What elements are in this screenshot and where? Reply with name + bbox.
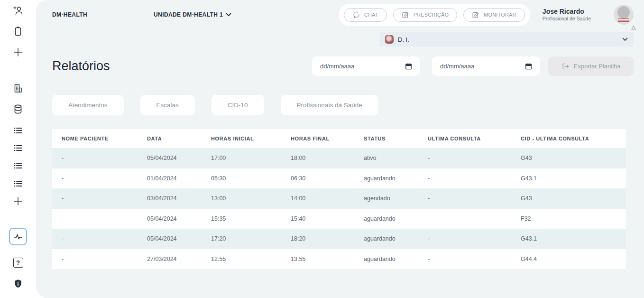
table-row: -03/04/202413:0014:00agendado-G43 bbox=[52, 188, 626, 209]
help-icon[interactable]: ? bbox=[11, 256, 25, 270]
table-cell: F32 bbox=[511, 215, 626, 222]
date-start-input[interactable]: dd/mm/aaaa bbox=[312, 56, 420, 76]
export-icon bbox=[561, 63, 569, 70]
report-tabs: Atendimentos Escalas CID-10 Profissionai… bbox=[52, 95, 634, 115]
date-end-placeholder: dd/mm/aaaa bbox=[440, 63, 525, 70]
table-cell: - bbox=[418, 256, 511, 262]
table-cell: - bbox=[52, 215, 138, 222]
title-row: Relatórios dd/mm/aaaa dd/mm/aaaa bbox=[52, 56, 634, 76]
monitor-button-label: MONITORAR bbox=[484, 12, 516, 18]
main-content: DM-HEALTH UNIDADE DM-HEALTH 1 CHAT bbox=[36, 0, 644, 298]
add-item-icon[interactable] bbox=[11, 195, 25, 208]
table-cell: G43 bbox=[511, 155, 626, 161]
top-right-group: CHAT PRESCRIÇÃO MONI bbox=[339, 4, 634, 26]
table-cell: 14:00 bbox=[281, 195, 354, 202]
table-cell: G44.4 bbox=[511, 256, 626, 262]
table-cell: 15:40 bbox=[281, 215, 354, 222]
column-header: CID - ULTIMA CONSULTA bbox=[511, 136, 626, 141]
tab-profissionais[interactable]: Profissionais da Saúde bbox=[281, 95, 378, 115]
tab-atendimentos[interactable]: Atendimentos bbox=[52, 95, 124, 115]
table-cell: - bbox=[52, 195, 138, 202]
patient-avatar-icon bbox=[385, 35, 394, 44]
calendar-icon[interactable] bbox=[525, 63, 532, 70]
monitoring-icon[interactable] bbox=[9, 228, 27, 245]
table-cell: aguardando bbox=[354, 215, 418, 222]
list-icon-3[interactable] bbox=[11, 159, 25, 173]
table-cell: agendado bbox=[354, 195, 418, 202]
table-cell: 01/04/2024 bbox=[138, 175, 202, 182]
header-actions: CHAT PRESCRIÇÃO MONI bbox=[339, 4, 530, 26]
tab-escalas[interactable]: Escalas bbox=[140, 95, 195, 115]
table-cell: G43.1 bbox=[511, 175, 626, 182]
table-cell: 18:20 bbox=[281, 235, 354, 242]
user-info: Jose Ricardo Profissional de Saúde bbox=[543, 8, 591, 22]
table-header: NOME PACIENTEDATAHORAS INICIALHORAS FINA… bbox=[52, 129, 626, 148]
patient-selector-label: D. I. bbox=[398, 36, 618, 43]
chevron-down-icon bbox=[226, 13, 231, 17]
table-cell: - bbox=[418, 175, 511, 182]
chevron-down-icon bbox=[622, 37, 628, 41]
table-cell: 12:55 bbox=[202, 256, 281, 262]
table-cell: 15:35 bbox=[202, 215, 281, 222]
table-cell: aguardando bbox=[354, 256, 418, 262]
table-cell: 05:30 bbox=[202, 175, 281, 182]
date-end-input[interactable]: dd/mm/aaaa bbox=[432, 56, 540, 76]
table-cell: - bbox=[418, 215, 511, 222]
table-cell: 17:20 bbox=[202, 235, 281, 242]
table-row: -01/04/202405:3006:30aguardando-G43.1 bbox=[52, 168, 626, 189]
chat-button-label: CHAT bbox=[364, 12, 378, 18]
table-cell: 27/03/2024 bbox=[138, 256, 202, 262]
page-title: Relatórios bbox=[52, 59, 110, 74]
organization-icon[interactable] bbox=[11, 81, 25, 95]
chat-button[interactable]: CHAT bbox=[344, 8, 387, 22]
table-cell: 05/04/2024 bbox=[138, 215, 202, 222]
table-cell: - bbox=[52, 235, 138, 242]
help-glyph: ? bbox=[13, 258, 23, 268]
list-icon-2[interactable] bbox=[11, 141, 25, 155]
patient-selector-row: D. I. bbox=[52, 29, 634, 47]
table-row: -05/04/202417:2018:20aguardando-G43.1 bbox=[52, 229, 626, 249]
table-cell: 13:00 bbox=[202, 195, 281, 202]
monitor-icon bbox=[472, 11, 480, 19]
table-cell: 03/04/2024 bbox=[138, 195, 202, 202]
filters: dd/mm/aaaa dd/mm/aaaa bbox=[312, 56, 634, 76]
prescription-button[interactable]: PRESCRIÇÃO bbox=[393, 8, 457, 22]
user-name: Jose Ricardo bbox=[543, 8, 591, 16]
records-icon[interactable] bbox=[11, 24, 25, 38]
triangle-marker-icon bbox=[631, 25, 636, 30]
unit-selector[interactable]: UNIDADE DM-HEALTH 1 bbox=[154, 11, 231, 18]
column-header: HORAS INICIAL bbox=[202, 136, 281, 141]
patient-selector[interactable]: D. I. bbox=[379, 32, 634, 47]
avatar-placeholder bbox=[617, 6, 630, 19]
chat-icon bbox=[352, 11, 360, 19]
table-cell: aguardando bbox=[354, 235, 418, 242]
column-header: ULTIMA CONSULTA bbox=[418, 136, 511, 141]
user-role: Profissional de Saúde bbox=[543, 16, 591, 22]
table-cell: - bbox=[52, 175, 138, 182]
table-cell: 18:00 bbox=[281, 155, 354, 161]
table-row: -27/03/202412:5513:55aguardando-G44.4 bbox=[52, 249, 626, 270]
list-icon-4[interactable] bbox=[11, 177, 25, 190]
table-cell: aguardando bbox=[354, 175, 418, 182]
privacy-shield-icon[interactable] bbox=[11, 277, 25, 291]
list-icon-1[interactable] bbox=[11, 123, 25, 137]
database-icon[interactable] bbox=[11, 102, 25, 116]
table-row: -05/04/202415:3515:40aguardando-F32 bbox=[52, 209, 626, 229]
monitor-button[interactable]: MONITORAR bbox=[463, 8, 524, 22]
column-header: DATA bbox=[138, 136, 202, 141]
column-header: NOME PACIENTE bbox=[52, 136, 138, 141]
calendar-icon[interactable] bbox=[405, 63, 412, 70]
avatar-wrap bbox=[614, 5, 634, 25]
brand-logo: DM-HEALTH bbox=[52, 11, 87, 18]
avatar[interactable] bbox=[614, 5, 634, 25]
column-header: HORAS FINAL bbox=[281, 136, 354, 141]
table-cell: 17:00 bbox=[202, 155, 281, 161]
table-cell: 06:30 bbox=[281, 175, 354, 182]
tab-cid10[interactable]: CID-10 bbox=[212, 95, 264, 115]
prescription-button-label: PRESCRIÇÃO bbox=[414, 12, 449, 18]
avatar-stamp bbox=[618, 19, 629, 22]
export-spreadsheet-button[interactable]: Exportar Planilha bbox=[548, 56, 634, 76]
table-cell: G43.1 bbox=[511, 235, 626, 242]
add-patient-icon[interactable] bbox=[11, 3, 25, 17]
add-icon[interactable] bbox=[11, 46, 25, 59]
